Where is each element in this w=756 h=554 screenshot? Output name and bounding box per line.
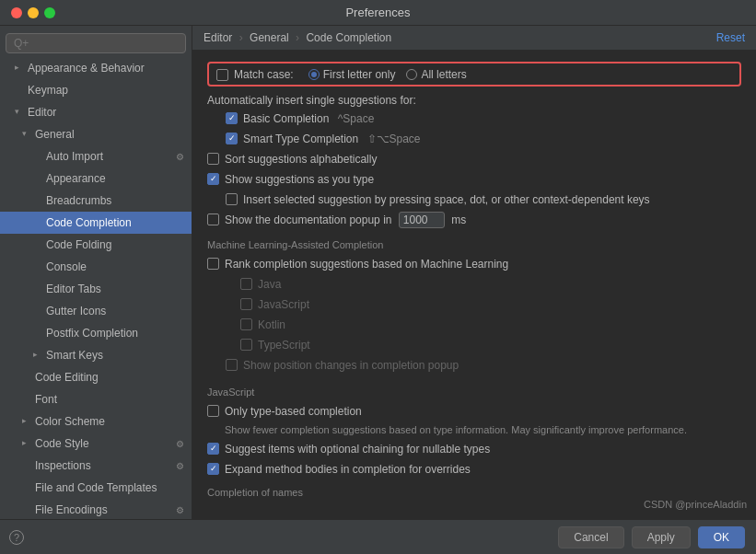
- radio-all-letters-label: All letters: [421, 68, 466, 81]
- only-type-hint-text: Show fewer completion suggestions based …: [225, 424, 687, 435]
- sidebar-item-file-code-templates[interactable]: File and Code Templates: [0, 477, 192, 499]
- sidebar-item-editor-tabs[interactable]: Editor Tabs: [0, 278, 192, 300]
- sidebar-item-smart-keys[interactable]: Smart Keys: [0, 344, 192, 366]
- minimize-button[interactable]: [28, 7, 39, 18]
- breadcrumb-bar: Editor › General › Code Completion Reset: [192, 26, 756, 51]
- rank-ml-row: Rank completion suggestions based on Mac…: [207, 256, 741, 272]
- show-position-checkbox[interactable]: [226, 359, 238, 371]
- ml-java-label: Java: [258, 276, 281, 293]
- sort-alphabetically-row: Sort suggestions alphabetically: [207, 151, 741, 167]
- suggest-optional-chaining-row: Suggest items with optional chaining for…: [207, 441, 741, 457]
- ml-typescript-row: TypeScript: [207, 337, 741, 353]
- sidebar-item-code-completion[interactable]: Code Completion: [0, 212, 192, 234]
- ml-javascript-row: JavaScript: [207, 296, 741, 313]
- show-suggestions-checkbox[interactable]: [207, 173, 219, 185]
- sort-alphabetically-checkbox[interactable]: [207, 153, 219, 165]
- basic-completion-checkbox[interactable]: [226, 112, 238, 124]
- maximize-button[interactable]: [44, 7, 55, 18]
- match-case-checkbox[interactable]: [216, 69, 228, 81]
- breadcrumb-part-code-completion: Code Completion: [306, 31, 391, 44]
- smart-type-checkbox[interactable]: [226, 133, 238, 144]
- breadcrumb-part-editor: Editor: [204, 31, 232, 44]
- ml-kotlin-label: Kotlin: [258, 317, 285, 333]
- radio-first-letter-button[interactable]: [308, 69, 320, 80]
- show-popup-checkbox[interactable]: [207, 214, 219, 225]
- sidebar-item-gutter-icons[interactable]: Gutter Icons: [0, 300, 192, 322]
- ml-javascript-label: JavaScript: [258, 296, 309, 313]
- insert-selected-checkbox[interactable]: [226, 193, 238, 205]
- show-position-label: Show position changes in completion popu…: [243, 357, 459, 374]
- close-button[interactable]: [11, 7, 22, 18]
- suggest-optional-chaining-checkbox[interactable]: [207, 443, 219, 455]
- title-bar: Preferences: [0, 0, 756, 26]
- sidebar-item-file-encodings[interactable]: File Encodings ⚙: [0, 499, 192, 519]
- breadcrumb: Editor › General › Code Completion: [204, 31, 391, 44]
- ok-button[interactable]: OK: [698, 526, 745, 548]
- search-input[interactable]: [6, 33, 186, 53]
- show-popup-input[interactable]: [399, 212, 445, 228]
- ml-javascript-checkbox[interactable]: [240, 298, 252, 310]
- sidebar-item-code-style[interactable]: Code Style ⚙: [0, 433, 192, 455]
- radio-all-letters-button[interactable]: [406, 69, 417, 80]
- expand-method-bodies-row: Expand method bodies in completion for o…: [207, 461, 741, 478]
- sidebar-item-postfix-completion[interactable]: Postfix Completion: [0, 322, 192, 344]
- sidebar-item-code-folding[interactable]: Code Folding: [0, 234, 192, 256]
- chevron-icon: [22, 415, 31, 428]
- js-section-title: JavaScript: [207, 387, 741, 398]
- only-type-based-checkbox[interactable]: [207, 405, 219, 417]
- sidebar: Appearance & Behavior Keymap Editor Gene…: [0, 26, 192, 519]
- only-type-based-label: Only type-based completion: [225, 403, 362, 420]
- basic-completion-hint: ^Space: [338, 112, 375, 125]
- bottom-bar: Cancel Apply OK: [0, 519, 756, 554]
- sidebar-label: Postfix Completion: [46, 325, 138, 341]
- radio-all-letters[interactable]: All letters: [406, 68, 466, 81]
- expand-method-bodies-checkbox[interactable]: [207, 463, 219, 475]
- sidebar-label: File Encodings: [35, 502, 108, 518]
- cancel-button[interactable]: Cancel: [558, 526, 623, 548]
- sidebar-label: General: [35, 126, 75, 143]
- sidebar-item-editor[interactable]: Editor: [0, 101, 192, 123]
- ml-kotlin-row: Kotlin: [207, 317, 741, 333]
- help-icon[interactable]: ?: [9, 530, 24, 545]
- sidebar-item-keymap[interactable]: Keymap: [0, 79, 192, 101]
- show-popup-label: Show the documentation popup in ms: [225, 212, 466, 228]
- sidebar-item-auto-import[interactable]: Auto Import ⚙: [0, 145, 192, 167]
- sidebar-label: Editor Tabs: [46, 281, 101, 297]
- basic-completion-row: Basic Completion ^Space: [207, 110, 741, 127]
- sidebar-item-appearance[interactable]: Appearance: [0, 167, 192, 190]
- match-case-radio-group: First letter only All letters: [308, 68, 467, 81]
- ml-typescript-checkbox[interactable]: [240, 339, 252, 351]
- sidebar-item-general[interactable]: General: [0, 123, 192, 145]
- sidebar-item-color-scheme[interactable]: Color Scheme: [0, 410, 192, 433]
- reset-link[interactable]: Reset: [716, 31, 745, 44]
- completion-of-names-title: Completion of names: [207, 487, 741, 498]
- ml-typescript-label: TypeScript: [258, 337, 310, 353]
- sidebar-item-breadcrumbs[interactable]: Breadcrumbs: [0, 190, 192, 212]
- sidebar-label: Code Folding: [46, 237, 111, 253]
- sidebar-label: Console: [46, 259, 87, 275]
- smart-type-label: Smart Type Completion ⇧⌥Space: [243, 131, 421, 147]
- sidebar-label: Keymap: [28, 82, 68, 98]
- ml-java-checkbox[interactable]: [240, 278, 252, 290]
- smart-type-row: Smart Type Completion ⇧⌥Space: [207, 131, 741, 147]
- show-position-row: Show position changes in completion popu…: [207, 357, 741, 374]
- breadcrumb-sep2: ›: [296, 31, 299, 44]
- radio-first-letter[interactable]: First letter only: [308, 68, 396, 81]
- sidebar-label: Editor: [28, 104, 56, 121]
- sidebar-item-appearance-behavior[interactable]: Appearance & Behavior: [0, 57, 192, 79]
- sidebar-label: File and Code Templates: [35, 479, 157, 496]
- rank-ml-checkbox[interactable]: [207, 258, 219, 270]
- basic-completion-label: Basic Completion ^Space: [243, 110, 374, 127]
- breadcrumb-sep: ›: [239, 31, 243, 44]
- popup-unit: ms: [451, 214, 466, 226]
- sidebar-item-code-editing[interactable]: Code Editing: [0, 366, 192, 388]
- match-case-group: Match case:: [216, 67, 294, 81]
- window-title: Preferences: [345, 6, 410, 19]
- apply-button[interactable]: Apply: [632, 526, 691, 548]
- ml-kotlin-checkbox[interactable]: [240, 318, 252, 330]
- sidebar-item-console[interactable]: Console: [0, 256, 192, 278]
- content-area: Editor › General › Code Completion Reset…: [192, 26, 756, 519]
- sidebar-label: Appearance: [46, 170, 106, 187]
- sidebar-item-font[interactable]: Font: [0, 388, 192, 410]
- sidebar-item-inspections[interactable]: Inspections ⚙: [0, 455, 192, 477]
